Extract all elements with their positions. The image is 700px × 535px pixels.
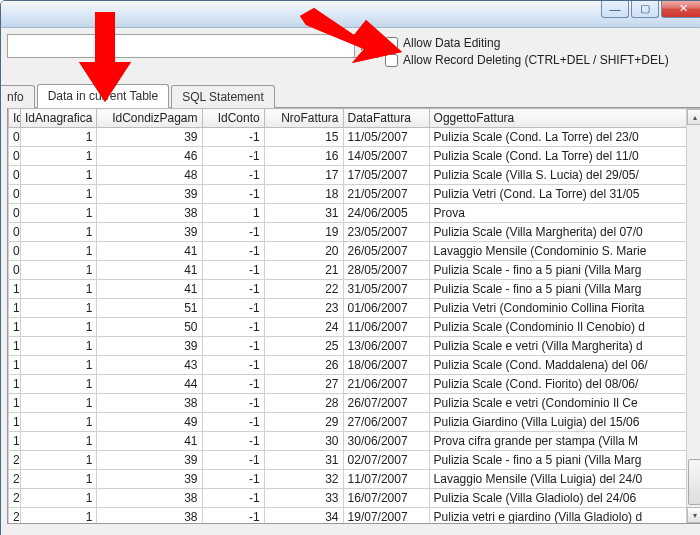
cell-idcodiva[interactable]: 26 xyxy=(9,489,21,508)
cell-oggetto[interactable]: Pulizia Scale (Condominio Il Cenobio) d xyxy=(429,318,700,337)
cell-nrofatt[interactable]: 16 xyxy=(264,147,343,166)
cell-oggetto[interactable]: Pulizia Scale (Cond. La Torre) del 23/0 xyxy=(429,128,700,147)
cell-oggetto[interactable]: Pulizia Scale (Villa Margherita) del 07/… xyxy=(429,223,700,242)
cell-idconto[interactable]: -1 xyxy=(202,470,264,489)
table-row[interactable]: 05139-11821/05/2007Pulizia Vetri (Cond. … xyxy=(9,185,701,204)
cell-datafatt[interactable]: 26/07/2007 xyxy=(343,394,429,413)
cell-oggetto[interactable]: Pulizia Scale - fino a 5 piani (Villa Ma… xyxy=(429,451,700,470)
cell-datafatt[interactable]: 01/06/2007 xyxy=(343,299,429,318)
cell-idana[interactable]: 1 xyxy=(20,261,96,280)
cell-idcodiva[interactable]: 10 xyxy=(9,280,21,299)
cell-nrofatt[interactable]: 34 xyxy=(264,508,343,525)
cell-datafatt[interactable]: 14/05/2007 xyxy=(343,147,429,166)
cell-idcondiz[interactable]: 48 xyxy=(97,166,202,185)
cell-datafatt[interactable]: 26/05/2007 xyxy=(343,242,429,261)
cell-idana[interactable]: 1 xyxy=(20,223,96,242)
vertical-scrollbar[interactable]: ▴ ▾ xyxy=(686,109,700,523)
table-row[interactable]: 17149-12927/06/2007Pulizia Giardino (Vil… xyxy=(9,413,701,432)
cell-datafatt[interactable]: 24/06/2005 xyxy=(343,204,429,223)
search-input[interactable] xyxy=(7,34,355,58)
cell-oggetto[interactable]: Pulizia Scale e vetri (Villa Margherita)… xyxy=(429,337,700,356)
cell-nrofatt[interactable]: 33 xyxy=(264,489,343,508)
cell-idcondiz[interactable]: 46 xyxy=(97,147,202,166)
cell-idconto[interactable]: -1 xyxy=(202,128,264,147)
cell-idconto[interactable]: -1 xyxy=(202,451,264,470)
cell-idcondiz[interactable]: 41 xyxy=(97,242,202,261)
cell-idcodiva[interactable]: 06 xyxy=(9,204,21,223)
table-row[interactable]: 02139-11511/05/2007Pulizia Scale (Cond. … xyxy=(9,128,701,147)
cell-oggetto[interactable]: Pulizia Giardino (Villa Luigia) del 15/0… xyxy=(429,413,700,432)
cell-idana[interactable]: 1 xyxy=(20,356,96,375)
cell-idcondiz[interactable]: 38 xyxy=(97,508,202,525)
cell-oggetto[interactable]: Pulizia Scale (Cond. Maddalena) del 06/ xyxy=(429,356,700,375)
cell-nrofatt[interactable]: 19 xyxy=(264,223,343,242)
close-button[interactable]: ✕ xyxy=(661,0,700,18)
cell-oggetto[interactable]: Pulizia Scale - fino a 5 piani (Villa Ma… xyxy=(429,261,700,280)
cell-oggetto[interactable]: Prova cifra grande per stampa (Villa M xyxy=(429,432,700,451)
cell-nrofatt[interactable]: 29 xyxy=(264,413,343,432)
cell-idcodiva[interactable]: 26 xyxy=(9,508,21,525)
cell-idcondiz[interactable]: 38 xyxy=(97,394,202,413)
cell-datafatt[interactable]: 18/06/2007 xyxy=(343,356,429,375)
cell-nrofatt[interactable]: 30 xyxy=(264,432,343,451)
allow-editing-row[interactable]: Allow Data Editing xyxy=(385,36,669,50)
cell-idconto[interactable]: -1 xyxy=(202,337,264,356)
cell-idcodiva[interactable]: 03 xyxy=(9,147,21,166)
col-nrofattura[interactable]: NroFattura xyxy=(264,109,343,128)
cell-idcondiz[interactable]: 39 xyxy=(97,470,202,489)
cell-idana[interactable]: 1 xyxy=(20,299,96,318)
allow-editing-checkbox[interactable] xyxy=(385,37,398,50)
cell-nrofatt[interactable]: 32 xyxy=(264,470,343,489)
table-row[interactable]: 26138-13316/07/2007Pulizia Scale (Villa … xyxy=(9,489,701,508)
maximize-button[interactable]: ▢ xyxy=(631,0,659,18)
cell-idconto[interactable]: -1 xyxy=(202,166,264,185)
table-row[interactable]: 08141-12026/05/2007Lavaggio Mensile (Con… xyxy=(9,242,701,261)
cell-idana[interactable]: 1 xyxy=(20,375,96,394)
cell-idcondiz[interactable]: 38 xyxy=(97,204,202,223)
tab-info[interactable]: nfo xyxy=(1,85,35,108)
cell-idcodiva[interactable]: 07 xyxy=(9,223,21,242)
table-row[interactable]: 11151-12301/06/2007Pulizia Vetri (Condom… xyxy=(9,299,701,318)
table-row[interactable]: 15143-12618/06/2007Pulizia Scale (Cond. … xyxy=(9,356,701,375)
cell-nrofatt[interactable]: 20 xyxy=(264,242,343,261)
cell-idcodiva[interactable]: 14 xyxy=(9,337,21,356)
table-row[interactable]: 10141-12231/05/2007Pulizia Scale - fino … xyxy=(9,280,701,299)
cell-datafatt[interactable]: 19/07/2007 xyxy=(343,508,429,525)
cell-oggetto[interactable]: Lavaggio Mensile (Condominio S. Marie xyxy=(429,242,700,261)
table-row[interactable]: 03146-11614/05/2007Pulizia Scale (Cond. … xyxy=(9,147,701,166)
cell-oggetto[interactable]: Pulizia Vetri (Condominio Collina Fiorit… xyxy=(429,299,700,318)
col-idcodiva[interactable]: IdCodIva xyxy=(9,109,21,128)
cell-idcodiva[interactable]: 05 xyxy=(9,185,21,204)
cell-idconto[interactable]: -1 xyxy=(202,356,264,375)
cell-idcondiz[interactable]: 41 xyxy=(97,261,202,280)
cell-idcondiz[interactable]: 39 xyxy=(97,223,202,242)
cell-datafatt[interactable]: 02/07/2007 xyxy=(343,451,429,470)
cell-idconto[interactable]: -1 xyxy=(202,318,264,337)
cell-idcondiz[interactable]: 39 xyxy=(97,128,202,147)
cell-idana[interactable]: 1 xyxy=(20,337,96,356)
cell-idconto[interactable]: -1 xyxy=(202,489,264,508)
scroll-up-arrow[interactable]: ▴ xyxy=(687,109,700,125)
cell-idcondiz[interactable]: 51 xyxy=(97,299,202,318)
table-row[interactable]: 04148-11717/05/2007Pulizia Scale (Villa … xyxy=(9,166,701,185)
cell-idcondiz[interactable]: 39 xyxy=(97,451,202,470)
cell-idana[interactable]: 1 xyxy=(20,128,96,147)
cell-idcodiva[interactable]: 16 xyxy=(9,375,21,394)
cell-idcondiz[interactable]: 41 xyxy=(97,432,202,451)
cell-idana[interactable]: 1 xyxy=(20,147,96,166)
table-row[interactable]: 14139-12513/06/2007Pulizia Scale e vetri… xyxy=(9,337,701,356)
cell-idcodiva[interactable]: 08 xyxy=(9,242,21,261)
cell-idcodiva[interactable]: 13 xyxy=(9,318,21,337)
cell-idana[interactable]: 1 xyxy=(20,185,96,204)
table-row[interactable]: 16144-12721/06/2007Pulizia Scale (Cond. … xyxy=(9,375,701,394)
scroll-down-arrow[interactable]: ▾ xyxy=(687,507,700,523)
cell-datafatt[interactable]: 21/06/2007 xyxy=(343,375,429,394)
cell-idconto[interactable]: -1 xyxy=(202,299,264,318)
minimize-button[interactable]: — xyxy=(601,0,629,18)
cell-idcondiz[interactable]: 39 xyxy=(97,185,202,204)
cell-nrofatt[interactable]: 17 xyxy=(264,166,343,185)
data-grid[interactable]: IdCodIva IdAnagrafica IdCondizPagam IdCo… xyxy=(7,108,700,524)
table-row[interactable]: 07139-11923/05/2007Pulizia Scale (Villa … xyxy=(9,223,701,242)
cell-oggetto[interactable]: Lavaggio Mensile (Villa Luigia) del 24/0 xyxy=(429,470,700,489)
cell-nrofatt[interactable]: 18 xyxy=(264,185,343,204)
